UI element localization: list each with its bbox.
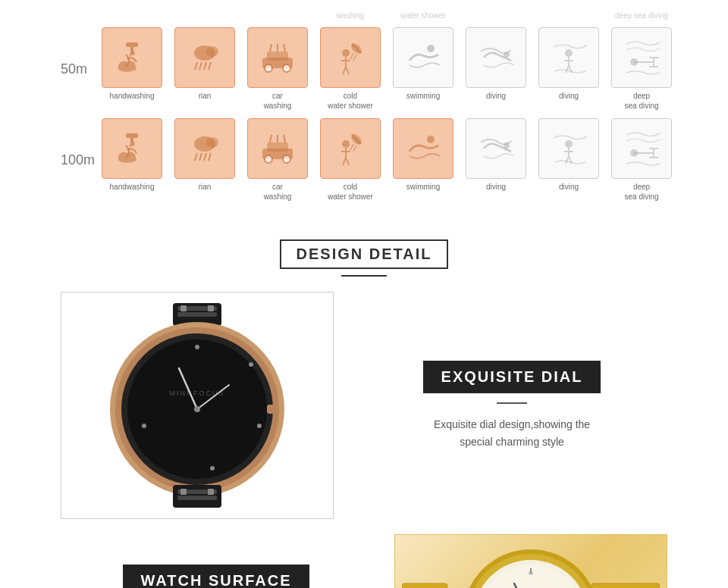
design-detail-section: DESIGN DETAIL MI <box>0 224 728 588</box>
icon-diving1-50m: diving <box>463 27 529 111</box>
icon-box-car-50m <box>247 27 308 88</box>
icon-box-car-100m <box>247 118 308 179</box>
svg-line-9 <box>209 62 211 70</box>
icon-swimming-50m: swimming <box>390 27 457 111</box>
svg-line-6 <box>195 62 197 70</box>
svg-line-44 <box>350 144 353 150</box>
watch-surface-label: WATCH SURFACE <box>123 565 310 588</box>
exquisite-description: EXQUISITE DIAL Exquisite dial design,sho… <box>356 361 667 450</box>
svg-point-46 <box>427 136 435 143</box>
design-detail-title: DESIGN DETAIL <box>280 239 449 269</box>
icon-deep-sea-50m: deepsea diving <box>608 27 675 111</box>
svg-line-8 <box>204 62 206 70</box>
watch-surface-side: WATCH SURFACE <box>61 534 372 588</box>
svg-line-7 <box>199 62 202 70</box>
desc-text: Exquisite dial design,showing the specia… <box>434 416 590 450</box>
icon-car-washing-50m: carwashing <box>244 27 311 111</box>
washing-top-row: washing water shower deep sea diving <box>61 8 667 21</box>
svg-point-17 <box>350 42 363 55</box>
svg-point-3 <box>130 54 132 58</box>
svg-line-33 <box>204 153 206 161</box>
icon-label-diving1-100m: diving <box>486 182 506 192</box>
icon-box-shower-100m <box>320 118 381 179</box>
svg-line-39 <box>270 135 271 142</box>
icon-box-handwashing-50m <box>102 27 162 88</box>
water-resistance-section: washing water shower deep sea diving 50m <box>0 0 728 224</box>
icon-box-rain-100m <box>174 118 235 179</box>
svg-rect-52 <box>177 312 217 317</box>
icon-handwashing-100m: handwashing <box>99 118 165 202</box>
exquisite-title: EXQUISITE DIAL <box>423 361 601 393</box>
svg-point-37 <box>265 155 272 163</box>
water-shower-top-label: water shower <box>400 11 445 20</box>
icon-label-car-100m: carwashing <box>264 182 292 202</box>
icon-box-diving2-100m <box>538 118 599 179</box>
svg-point-12 <box>265 64 272 72</box>
svg-point-23 <box>565 49 573 57</box>
svg-point-47 <box>504 142 510 149</box>
svg-point-61 <box>249 362 253 367</box>
svg-point-43 <box>342 140 350 148</box>
svg-line-41 <box>284 135 285 142</box>
icon-label-car-50m: carwashing <box>264 91 292 111</box>
desc-divider <box>497 402 527 404</box>
svg-point-63 <box>210 466 215 471</box>
desc-line1: Exquisite dial design,showing the <box>434 418 590 430</box>
svg-point-27 <box>132 142 135 146</box>
svg-point-5 <box>206 46 218 57</box>
svg-point-38 <box>283 155 290 163</box>
washing-label-text: washing <box>337 11 365 20</box>
icon-label-shower-100m: coldwater shower <box>328 182 372 202</box>
svg-rect-72 <box>180 489 187 495</box>
svg-point-86 <box>529 571 533 575</box>
icon-label-deep-sea-100m: deepsea diving <box>624 182 658 202</box>
svg-rect-25 <box>126 133 138 138</box>
icon-label-rain-50m: rian <box>199 91 212 101</box>
title-underline <box>341 275 387 277</box>
icon-label-deep-sea-50m: deepsea diving <box>624 91 658 111</box>
svg-line-34 <box>209 153 211 161</box>
svg-point-21 <box>427 45 435 52</box>
svg-point-42 <box>350 133 363 146</box>
icon-label-diving2-50m: diving <box>559 91 579 101</box>
svg-rect-74 <box>402 583 447 588</box>
icon-box-diving1-50m <box>466 27 526 88</box>
icon-box-deep-sea-100m <box>611 118 672 179</box>
svg-point-22 <box>504 52 510 58</box>
icon-box-swimming-50m <box>393 27 453 88</box>
svg-line-32 <box>199 153 202 161</box>
resistance-row-100m: 100m handwashing <box>61 118 667 202</box>
svg-point-18 <box>342 49 350 57</box>
svg-point-48 <box>565 140 573 148</box>
svg-rect-36 <box>267 142 288 152</box>
svg-rect-54 <box>208 305 214 311</box>
svg-text:MINI FOCUS: MINI FOCUS <box>170 389 225 397</box>
svg-point-60 <box>195 345 199 349</box>
icons-grid-100m: handwashing rian <box>99 118 675 202</box>
icon-swimming-100m: swimming <box>390 118 457 202</box>
svg-line-20 <box>353 55 356 61</box>
icon-shower-100m: coldwater shower <box>317 118 384 202</box>
icon-rain-50m: rian <box>171 27 238 111</box>
desc-line2: special charming style <box>460 436 564 448</box>
icon-box-diving1-100m <box>466 118 526 179</box>
icon-label-swimming-50m: swimming <box>406 91 440 101</box>
icons-grid-50m: handwashing rian <box>99 27 675 111</box>
svg-rect-11 <box>267 52 288 61</box>
svg-line-45 <box>353 145 356 152</box>
icon-label-rain-100m: rian <box>199 182 212 192</box>
svg-point-13 <box>283 64 290 72</box>
icon-handwashing-50m: handwashing <box>99 27 165 111</box>
icon-diving1-100m: diving <box>463 118 529 202</box>
icon-shower-50m: coldwater shower <box>317 27 384 111</box>
icon-label-diving2-100m: diving <box>559 182 579 192</box>
gold-watch-image: MINI FOCUS <box>394 534 667 588</box>
svg-point-67 <box>194 406 200 412</box>
icon-car-100m: carwashing <box>244 118 311 202</box>
svg-point-64 <box>142 424 146 428</box>
svg-line-19 <box>350 53 353 59</box>
icon-label-handwashing-100m: handwashing <box>110 182 155 192</box>
svg-rect-53 <box>180 305 187 311</box>
icon-label-shower-50m: coldwater shower <box>328 91 372 111</box>
icon-label-diving1-50m: diving <box>486 91 506 101</box>
